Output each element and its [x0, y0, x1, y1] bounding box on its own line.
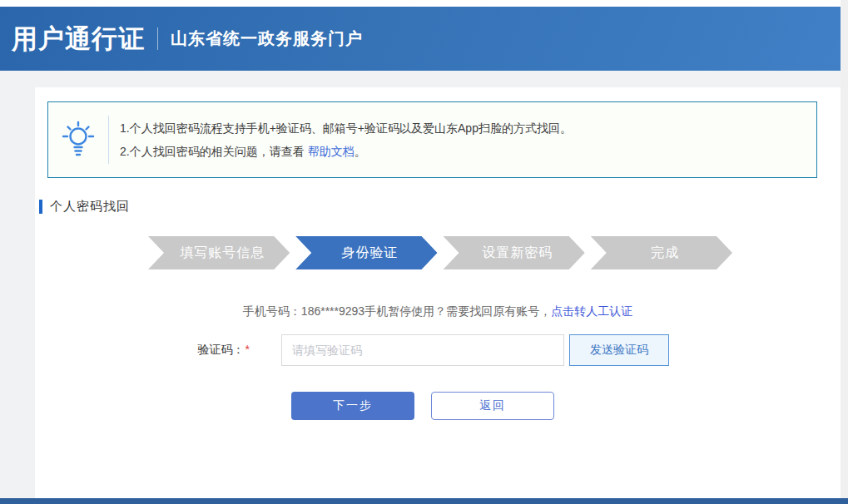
notice-box: 1.个人找回密码流程支持手机+验证码、邮箱号+验证码以及爱山东App扫脸的方式找…: [47, 101, 817, 178]
notice-text: 1.个人找回密码流程支持手机+验证码、邮箱号+验证码以及爱山东App扫脸的方式找…: [109, 116, 572, 163]
notice-line-2: 2.个人找回密码的相关问题，请查看帮助文档。: [120, 140, 572, 163]
manual-verification-link[interactable]: 点击转人工认证: [551, 304, 632, 318]
captcha-label: 验证码：*: [35, 343, 250, 358]
phone-notice-line: 手机号码：186****9293手机暂停使用？需要找回原有账号，点击转人工认证: [35, 304, 841, 319]
section-title-bar: [39, 200, 42, 214]
captcha-form-row: 验证码：* 发送验证码: [35, 334, 841, 368]
notice-line-2-text: 2.个人找回密码的相关问题，请查看: [120, 145, 305, 158]
captcha-input[interactable]: [281, 334, 564, 366]
footer-bar: [0, 498, 848, 504]
section-title-row: 个人密码找回: [39, 199, 130, 215]
step-set-new-password: 设置新密码: [444, 236, 585, 269]
notice-line-1: 1.个人找回密码流程支持手机+验证码、邮箱号+验证码以及爱山东App扫脸的方式找…: [120, 116, 572, 140]
portal-header: 用户通行证 山东省统一政务服务门户: [0, 7, 848, 71]
notice-line-2-suffix: 。: [355, 145, 366, 158]
step-identity-verification: 身份验证: [295, 236, 437, 269]
step-indicator: 填写账号信息 身份验证 设置新密码 完成: [148, 236, 732, 269]
step-fill-account-info: 填写账号信息: [148, 236, 290, 269]
back-button[interactable]: 返回: [431, 392, 554, 420]
next-step-button[interactable]: 下一步: [291, 392, 414, 420]
page-title: 个人密码找回: [50, 199, 130, 215]
captcha-label-text: 验证码：: [198, 343, 245, 356]
password-recovery-page: 用户通行证 山东省统一政务服务门户 1.个人找回密: [0, 0, 848, 504]
phone-notice-text: 手机号码：186****9293手机暂停使用？需要找回原有账号，: [243, 304, 551, 318]
portal-title: 用户通行证: [12, 22, 145, 57]
header-separator: [157, 27, 158, 50]
help-doc-link[interactable]: 帮助文档: [308, 145, 355, 158]
top-white-strip: [0, 0, 848, 7]
send-code-button[interactable]: 发送验证码: [569, 334, 669, 366]
content-card: 1.个人找回密码流程支持手机+验证码、邮箱号+验证码以及爱山东App扫脸的方式找…: [35, 87, 841, 504]
scrollbar-track[interactable]: [841, 0, 848, 504]
portal-subtitle: 山东省统一政务服务门户: [171, 27, 363, 50]
step-complete: 完成: [591, 236, 732, 269]
lightbulb-icon: [48, 121, 108, 159]
required-asterisk: *: [245, 343, 250, 356]
action-buttons-row: 下一步 返回: [35, 392, 841, 420]
